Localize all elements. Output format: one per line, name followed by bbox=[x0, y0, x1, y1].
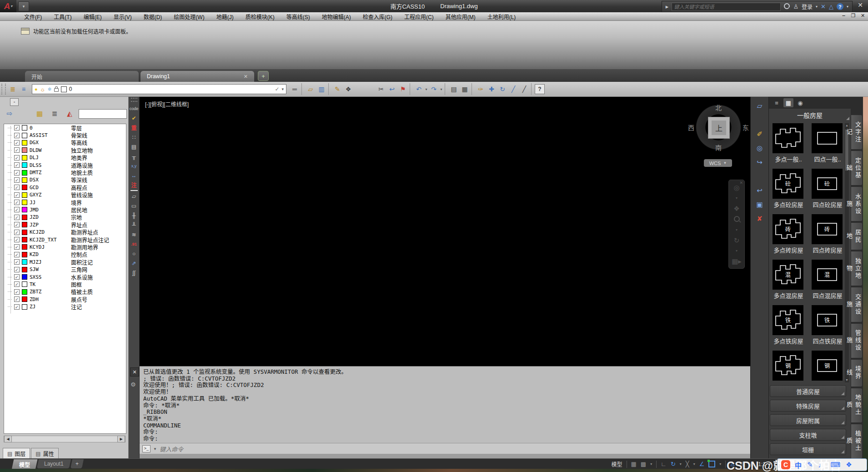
palette-item[interactable]: 铁 四点铁房屋 bbox=[812, 305, 843, 344]
layer-visibility-checkbox[interactable] bbox=[14, 192, 20, 198]
snap-mode-icon[interactable]: ▦ bbox=[631, 461, 637, 467]
category-tab[interactable]: 定位基础 bbox=[851, 151, 862, 185]
layer-list-horizontal-scrollbar[interactable]: ◀ ▶ bbox=[4, 436, 125, 442]
palette-section-bar[interactable]: 房屋附属 bbox=[770, 414, 846, 426]
panel-collapse-button[interactable]: - bbox=[10, 98, 19, 106]
layer-color-swatch[interactable] bbox=[22, 237, 27, 242]
steering-wheel-icon[interactable]: ◎ bbox=[733, 185, 739, 191]
layer-lock-icon[interactable] bbox=[54, 88, 59, 92]
redo-caret-icon[interactable]: ▾ bbox=[439, 84, 443, 95]
layer-color-swatch[interactable] bbox=[22, 274, 27, 280]
layer-visibility-checkbox[interactable] bbox=[14, 259, 20, 265]
autodesk-360-icon[interactable]: △ bbox=[829, 3, 833, 10]
status-sep[interactable] bbox=[627, 461, 627, 468]
layer-row[interactable]: JJ 境界 bbox=[4, 199, 126, 206]
layer-freeze-icon[interactable]: ❄ bbox=[48, 86, 52, 92]
layer-row[interactable]: ZJ 注记 bbox=[4, 303, 126, 310]
palette-item-thumbnail[interactable] bbox=[812, 123, 843, 153]
menu-item[interactable]: 数据(D) bbox=[138, 13, 168, 20]
showmotion-icon[interactable]: ▦▸ bbox=[732, 258, 742, 265]
palette-item[interactable]: 混 多点混房屋 bbox=[773, 260, 804, 299]
login-caret-icon[interactable]: ▾ bbox=[816, 5, 818, 9]
palette-section-title[interactable]: 一般房屋 bbox=[769, 109, 851, 121]
polar-tracking-icon[interactable]: ↻ bbox=[671, 461, 676, 467]
toolbar-sep[interactable] bbox=[301, 83, 304, 95]
layer-visibility-checkbox[interactable] bbox=[14, 140, 20, 146]
annotation-scale-icon[interactable]: ♙ bbox=[749, 461, 754, 467]
layer-visibility-checkbox[interactable] bbox=[14, 185, 20, 190]
command-caret-icon[interactable]: ▼ bbox=[153, 447, 157, 451]
layer-color-swatch[interactable] bbox=[22, 281, 27, 287]
layer-color-swatch[interactable] bbox=[22, 140, 27, 146]
layer-row[interactable]: TK 图框 bbox=[4, 281, 126, 288]
layer-states-icon[interactable]: ≡ bbox=[18, 84, 29, 95]
toolbar-sep[interactable] bbox=[445, 83, 447, 95]
menu-item[interactable]: 编辑(E) bbox=[78, 13, 108, 20]
palette-item[interactable]: 砼 四点砼房屋 bbox=[812, 169, 843, 208]
layout1-tab[interactable]: Layout1 bbox=[37, 459, 71, 468]
redraw-button[interactable]: 重 bbox=[130, 123, 139, 132]
app-logo-icon[interactable]: A▾ bbox=[0, 0, 16, 12]
layer-properties-icon[interactable]: ≣ bbox=[7, 84, 18, 95]
layer-visibility-checkbox[interactable] bbox=[14, 230, 20, 235]
layer-row[interactable]: JZP 界址点 bbox=[4, 221, 126, 228]
point-dots-icon[interactable]: ∷ bbox=[130, 132, 139, 142]
zoom-window-icon[interactable] bbox=[754, 171, 766, 182]
elevation-label-button[interactable]: .91 bbox=[130, 239, 139, 249]
menu-item[interactable]: 文件(F) bbox=[18, 13, 48, 20]
navbar-caret-icon[interactable]: ▾ bbox=[736, 227, 738, 233]
measure-distance-icon[interactable]: ↔ bbox=[130, 171, 139, 180]
annotate-button[interactable]: 注 bbox=[130, 180, 139, 190]
layer-row[interactable]: ZDH 展点号 bbox=[4, 296, 126, 303]
save-icon[interactable]: ▥ bbox=[316, 84, 327, 95]
palette-item[interactable]: 砖 四点砖房屋 bbox=[812, 214, 843, 253]
category-tab[interactable]: 境界线 bbox=[851, 360, 862, 387]
category-tab[interactable]: 交通设施 bbox=[851, 287, 862, 321]
user-icon[interactable]: ♙ bbox=[793, 3, 798, 10]
osnap-caret-icon[interactable]: ▾ bbox=[719, 462, 721, 466]
scroll-down-icon[interactable]: ▼ bbox=[845, 378, 849, 382]
command-input-row[interactable]: >_ ▼ 键入命令 bbox=[140, 443, 750, 454]
menu-item[interactable]: 土地利用(L) bbox=[482, 13, 522, 20]
zoom-extents-icon[interactable] bbox=[734, 216, 740, 223]
layer-color-swatch[interactable] bbox=[22, 185, 27, 190]
palette-item-thumbnail[interactable]: 砖 bbox=[773, 214, 803, 244]
rotate-icon[interactable]: ↻ bbox=[497, 84, 508, 95]
layer-color-swatch[interactable] bbox=[22, 162, 27, 168]
layer-color-swatch[interactable] bbox=[22, 304, 27, 310]
menu-item[interactable]: 质检模块(K) bbox=[240, 13, 281, 20]
new-viewport-icon[interactable]: ▣ bbox=[754, 199, 766, 210]
new-drawing-tab-button[interactable]: + bbox=[258, 71, 269, 81]
polar-caret-icon[interactable]: ▾ bbox=[680, 462, 682, 466]
layer-row[interactable]: GXYZ 管线设施 bbox=[4, 191, 126, 199]
isodraft-caret-icon[interactable]: ▾ bbox=[693, 462, 695, 466]
annotation-autoscale-icon[interactable]: ♙ bbox=[739, 461, 745, 467]
toolbar-sep[interactable] bbox=[410, 83, 412, 95]
toolbar-sep[interactable] bbox=[531, 83, 533, 95]
navigation-bar[interactable]: ✕ ◎ ▾ ❖ ▾ ↻ ▾ ▦▸ bbox=[728, 180, 745, 269]
brush-icon[interactable]: ✑ bbox=[475, 84, 486, 95]
layer-filter-input[interactable] bbox=[79, 109, 127, 119]
curve-tool-icon[interactable]: ∫∫ bbox=[130, 268, 139, 277]
layer-row[interactable]: SXSS 水系设施 bbox=[4, 273, 126, 281]
palette-item[interactable]: 四点一般.. bbox=[812, 123, 843, 162]
viewports-icon[interactable]: ▦ bbox=[459, 84, 470, 95]
layer-visibility-checkbox[interactable] bbox=[14, 296, 20, 302]
command-history[interactable]: 已从首选值更改 1 个监视系统变量。使用 SYSVARMONITOR 命令以查看… bbox=[140, 367, 750, 443]
category-tab[interactable]: 独立地物 bbox=[851, 251, 862, 286]
layer-visibility-checkbox[interactable] bbox=[14, 155, 20, 161]
layer-color-swatch[interactable] bbox=[22, 267, 27, 272]
strip-grip[interactable] bbox=[131, 98, 137, 102]
xy-coordinate-icon[interactable]: x,y bbox=[130, 161, 139, 171]
palette-item[interactable]: 多点一般.. bbox=[773, 123, 804, 162]
palette-item[interactable]: 砼 多点砼房屋 bbox=[773, 169, 804, 208]
layer-visibility-checkbox[interactable] bbox=[14, 207, 20, 212]
help-icon[interactable]: ? bbox=[535, 84, 545, 94]
doc-restore-button[interactable]: ❐ bbox=[850, 13, 857, 19]
infocenter-expand-icon[interactable]: ▸ bbox=[666, 3, 669, 10]
palette-item[interactable]: 钢 bbox=[812, 351, 843, 383]
layer-visibility-checkbox[interactable] bbox=[14, 147, 20, 153]
layer-export-icon[interactable]: ◭ bbox=[64, 108, 75, 120]
layer-color-swatch[interactable] bbox=[22, 200, 27, 205]
menu-item[interactable]: 绘图处理(W) bbox=[168, 13, 210, 20]
